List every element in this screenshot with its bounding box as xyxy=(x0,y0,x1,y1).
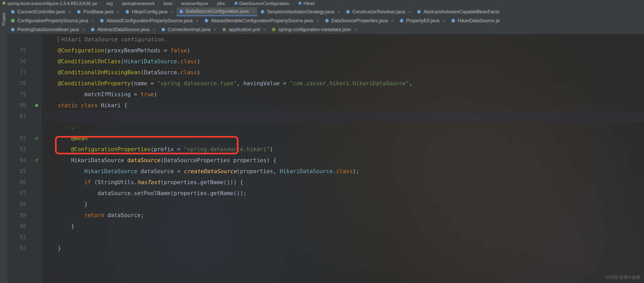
editor-tab[interactable]: CConstructorResolver.java✕ xyxy=(343,7,414,16)
breadcrumb-item[interactable]: org xyxy=(106,1,113,6)
tab-label: ConstructorResolver.java xyxy=(352,9,405,15)
tab-label: AbstractAutowireCapableBeanFacto xyxy=(423,9,499,15)
breadcrumb-item[interactable]: springframework xyxy=(122,1,155,6)
chevron-right-icon: 〉 xyxy=(100,1,104,6)
line-number: 78 xyxy=(8,78,26,89)
editor-tabs-area: CConnectController.java✕CPoolBase.java✕C… xyxy=(8,7,644,34)
close-icon[interactable]: ✕ xyxy=(252,9,255,13)
code-line[interactable]: if (StringUtils.hasText(properties.getNa… xyxy=(45,177,644,188)
java-icon: C xyxy=(204,18,209,23)
project-tool-window-stripe[interactable]: Project xyxy=(0,7,8,283)
class-icon: C xyxy=(298,1,302,6)
code-line[interactable]: } xyxy=(45,199,644,210)
breadcrumb-item[interactable]: spring-boot-autoconfigure-2.3.4.RELEASE.… xyxy=(2,1,97,6)
code-line[interactable]: HikariDataSource dataSource(DataSourcePr… xyxy=(45,155,644,166)
editor-tab[interactable]: CHikariConfig.java✕ xyxy=(122,7,176,16)
close-icon[interactable]: ✕ xyxy=(82,28,85,32)
code-line[interactable]: @ConditionalOnMissingBean(DataSource.cla… xyxy=(45,67,644,78)
close-icon[interactable]: ✕ xyxy=(316,19,319,23)
gutter-icon-slot xyxy=(31,177,42,188)
editor-tab[interactable]: spring-configuration-metadata.json✕ xyxy=(269,25,360,34)
breadcrumb[interactable]: spring-boot-autoconfigure-2.3.4.RELEASE.… xyxy=(0,0,644,7)
editor-tab[interactable]: CSimpleInstantiationStrategy.java✕ xyxy=(258,7,343,16)
close-icon[interactable]: ✕ xyxy=(152,28,155,32)
code-line[interactable]: return dataSource; xyxy=(45,210,644,221)
close-icon[interactable]: ✕ xyxy=(68,10,71,14)
editor-tab[interactable]: CAliasedConfigurationPropertySource.java… xyxy=(97,16,201,25)
java-icon: C xyxy=(346,9,350,14)
close-icon[interactable]: ✕ xyxy=(354,28,357,32)
tab-label: PoolingDataSourceBean.java xyxy=(17,27,79,32)
editor-tab[interactable]: CPoolingDataSourceBean.java✕ xyxy=(8,25,88,34)
close-icon[interactable]: ✕ xyxy=(337,10,340,14)
breadcrumb-item[interactable]: CDataSourceConfiguration xyxy=(234,1,290,6)
code-line[interactable]: } xyxy=(45,221,644,232)
code-line[interactable]: Hikari DataSource configuration. xyxy=(45,34,644,45)
editor[interactable]: 757677787980818283848586878889909192 Hik… xyxy=(8,34,644,283)
breadcrumb-item[interactable]: CHikari xyxy=(298,1,315,6)
code-area[interactable]: Hikari DataSource configuration. @Config… xyxy=(42,34,644,283)
line-number: 80 xyxy=(8,100,26,111)
code-line[interactable]: @ConditionalOnClass(HikariDataSource.cla… xyxy=(45,56,644,67)
code-line[interactable]: @Bean xyxy=(45,133,644,144)
code-line[interactable]: static class Hikari { xyxy=(45,100,644,111)
editor-tab[interactable]: CDataSourceConfiguration.java✕ xyxy=(176,7,258,16)
close-icon[interactable]: ✕ xyxy=(171,10,173,14)
chevron-right-icon: 〉 xyxy=(175,1,178,6)
gutter-icon-slot[interactable] xyxy=(31,133,42,144)
tab-label: application.yml xyxy=(229,27,260,32)
editor-tab[interactable]: CHikariDataSource.ja xyxy=(448,16,503,25)
close-icon[interactable]: ✕ xyxy=(117,10,119,14)
code-line[interactable]: @ConfigurationProperties(prefix = "sprin… xyxy=(45,144,644,155)
close-icon[interactable]: ✕ xyxy=(443,19,445,23)
tab-label: PoolBase.java xyxy=(83,9,113,15)
editor-tab[interactable]: CDataSourceProperties.java✕ xyxy=(322,16,397,25)
editor-tab[interactable]: CPoolBase.java✕ xyxy=(74,7,122,16)
close-icon[interactable]: ✕ xyxy=(214,28,216,32)
svg-text:C: C xyxy=(12,28,14,31)
line-number xyxy=(8,122,26,133)
editor-tab[interactable]: CAbstractDataSource.java✕ xyxy=(88,25,158,34)
close-icon[interactable]: ✕ xyxy=(263,28,266,32)
editor-tab[interactable]: CConnectionImpl.java✕ xyxy=(158,25,219,34)
gutter-icon-slot xyxy=(31,45,42,56)
code-line[interactable] xyxy=(45,232,644,243)
editor-tab[interactable]: application.yml✕ xyxy=(219,25,269,34)
java-icon: C xyxy=(90,27,95,32)
editor-tab[interactable]: CConnectController.java✕ xyxy=(8,7,74,16)
breadcrumb-item[interactable]: autoconfigure xyxy=(181,1,208,6)
code-line[interactable]: dataSource.setPoolName(properties.getNam… xyxy=(45,188,644,199)
line-number: 85 xyxy=(8,166,26,177)
editor-tab[interactable]: CPropertyElf.java✕ xyxy=(397,16,448,25)
code-line[interactable]: ⇅ ˅ xyxy=(45,122,644,133)
gutter-icon-slot xyxy=(31,232,42,243)
yml-icon xyxy=(222,27,227,32)
chevron-right-icon: 〉 xyxy=(228,1,232,6)
editor-tab[interactable]: CAliasedIterableConfigurationPropertySou… xyxy=(201,16,322,25)
chevron-right-icon: 〉 xyxy=(211,1,214,6)
tab-label: ConfigurationPropertySource.java xyxy=(17,18,88,24)
editor-tab[interactable]: IConfigurationPropertySource.java✕ xyxy=(8,16,97,25)
svg-rect-37 xyxy=(223,28,226,31)
code-line[interactable]: @Configuration(proxyBeanMethods = false) xyxy=(45,45,644,56)
tab-label: AliasedIterableConfigurationPropertySour… xyxy=(211,18,313,24)
breadcrumb-item[interactable]: boot xyxy=(163,1,172,6)
close-icon[interactable]: ✕ xyxy=(391,19,394,23)
code-line[interactable]: matchIfMissing = true) xyxy=(45,89,644,100)
code-line[interactable]: } xyxy=(45,243,644,254)
svg-text:C: C xyxy=(299,2,301,5)
close-icon[interactable]: ✕ xyxy=(91,19,94,23)
gutter-icon-slot xyxy=(31,221,42,232)
chevron-right-icon: 〉 xyxy=(116,1,119,6)
java-icon: C xyxy=(10,27,15,32)
tab-label: DataSourceConfiguration.java xyxy=(186,9,249,14)
code-line[interactable] xyxy=(45,111,644,122)
gutter-icon-slot[interactable] xyxy=(31,155,42,166)
breadcrumb-item[interactable]: jdbc xyxy=(217,1,225,6)
close-icon[interactable]: ✕ xyxy=(196,19,199,23)
close-icon[interactable]: ✕ xyxy=(408,10,411,14)
gutter-icon-slot[interactable] xyxy=(31,100,42,111)
editor-tab[interactable]: CAbstractAutowireCapableBeanFacto xyxy=(414,7,502,16)
code-line[interactable]: @ConditionalOnProperty(name = "spring.da… xyxy=(45,78,644,89)
code-line[interactable]: HikariDataSource dataSource = createData… xyxy=(45,166,644,177)
